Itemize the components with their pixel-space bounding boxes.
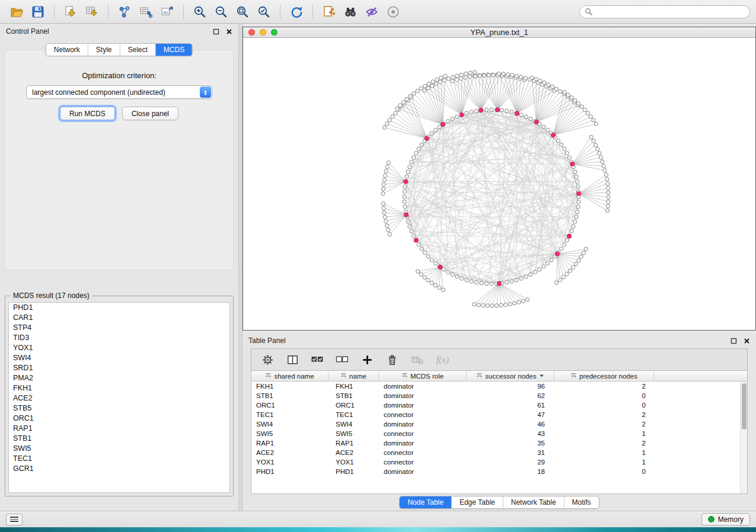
memory-button[interactable]: Memory bbox=[701, 513, 750, 525]
import-table-from-file-icon[interactable] bbox=[81, 2, 103, 21]
mcds-result-item[interactable]: STB5 bbox=[9, 403, 229, 414]
mcds-result-item[interactable]: GCR1 bbox=[9, 464, 229, 474]
delete-column-icon[interactable] bbox=[384, 352, 400, 367]
chevron-up-down-icon: ▲▼ bbox=[200, 86, 211, 98]
column-header-label: shared name bbox=[274, 373, 314, 380]
run-mcds-button[interactable]: Run MCDS bbox=[60, 107, 115, 120]
tab-edge-table[interactable]: Edge Table bbox=[451, 496, 503, 508]
import-network-from-file-icon[interactable] bbox=[60, 2, 81, 21]
select-all-icon[interactable] bbox=[310, 352, 325, 367]
tab-style[interactable]: Style bbox=[88, 44, 120, 56]
mcds-result-item[interactable]: SRD1 bbox=[9, 363, 229, 373]
cell-shared_name: RAP1 bbox=[251, 440, 328, 447]
network-graph[interactable] bbox=[243, 38, 755, 330]
show-graphics-details-icon[interactable] bbox=[382, 2, 404, 21]
mcds-result-list[interactable]: PHD1CAR1STP4TID3YOX1SWI4SRD1PMA2FKH1ACE2… bbox=[8, 302, 230, 493]
close-window-icon[interactable] bbox=[248, 29, 255, 36]
mcds-result-item[interactable]: PHD1 bbox=[9, 303, 229, 313]
zoom-out-icon[interactable] bbox=[210, 2, 232, 21]
column-header-successor-nodes[interactable]: successor nodes bbox=[467, 371, 554, 381]
table-panel-title: Table Panel bbox=[248, 336, 286, 345]
close-panel-icon[interactable] bbox=[743, 337, 750, 344]
float-panel-icon[interactable] bbox=[730, 337, 737, 344]
table-row[interactable]: STB1STB1dominator620 bbox=[251, 391, 747, 400]
vertical-splitter[interactable] bbox=[238, 24, 243, 511]
mcds-result-item[interactable]: SWI5 bbox=[9, 444, 229, 454]
search-field[interactable] bbox=[579, 5, 750, 18]
export-network-icon[interactable] bbox=[318, 2, 340, 21]
table-scrollbar[interactable] bbox=[740, 382, 747, 493]
optimization-criterion-dropdown[interactable]: largest connected component (undirected)… bbox=[26, 85, 212, 99]
node-table[interactable]: shared namenameMCDS rolesuccessor nodesp… bbox=[251, 371, 748, 494]
table-rows: FKH1FKH1dominator962STB1STB1dominator620… bbox=[251, 382, 747, 476]
mcds-result-item[interactable]: ACE2 bbox=[9, 393, 229, 403]
close-panel-icon[interactable] bbox=[225, 28, 232, 35]
table-row[interactable]: SWI4SWI4dominator462 bbox=[251, 419, 747, 429]
mcds-result-item[interactable]: YOX1 bbox=[9, 343, 229, 353]
table-row[interactable]: TEC1TEC1connector472 bbox=[251, 410, 747, 419]
mcds-result-item[interactable]: CAR1 bbox=[9, 313, 229, 323]
close-panel-button[interactable]: Close panel bbox=[122, 107, 178, 120]
tab-select[interactable]: Select bbox=[120, 44, 155, 56]
open-file-icon[interactable] bbox=[6, 2, 27, 21]
table-row[interactable]: RAP1RAP1dominator352 bbox=[251, 438, 747, 448]
zoom-fit-icon[interactable] bbox=[232, 2, 253, 21]
search-input[interactable] bbox=[595, 8, 745, 16]
cell-successors: 43 bbox=[467, 430, 554, 437]
deselect-all-icon[interactable] bbox=[334, 352, 350, 367]
column-header-MCDS-role[interactable]: MCDS role bbox=[379, 371, 467, 381]
mcds-result-item[interactable]: RAP1 bbox=[9, 424, 229, 434]
cell-role: connector bbox=[379, 449, 467, 456]
zoom-selected-icon[interactable] bbox=[253, 2, 275, 21]
minimize-window-icon[interactable] bbox=[260, 29, 266, 36]
cell-role: connector bbox=[379, 411, 467, 418]
tab-motifs[interactable]: Motifs bbox=[564, 496, 599, 508]
mcds-result-item[interactable]: TEC1 bbox=[9, 454, 229, 464]
show-hide-columns-icon[interactable] bbox=[285, 352, 300, 367]
table-panel-tabs-row: Node TableEdge TableNetwork TableMotifs bbox=[251, 494, 748, 511]
column-header-name[interactable]: name bbox=[328, 371, 379, 381]
tab-network-table[interactable]: Network Table bbox=[503, 496, 564, 508]
new-network-icon[interactable] bbox=[114, 2, 135, 21]
scrollbar-thumb[interactable] bbox=[742, 383, 747, 430]
tab-network[interactable]: Network bbox=[46, 44, 88, 56]
float-panel-icon[interactable] bbox=[212, 28, 219, 35]
column-header-label: successor nodes bbox=[485, 373, 536, 380]
table-row[interactable]: ORC1ORC1dominator610 bbox=[251, 400, 747, 410]
tab-mcds[interactable]: MCDS bbox=[155, 44, 192, 56]
cell-shared_name: PHD1 bbox=[251, 468, 328, 475]
table-mode-gear-icon[interactable] bbox=[260, 352, 275, 367]
table-row[interactable]: FKH1FKH1dominator962 bbox=[251, 382, 747, 391]
mcds-result-item[interactable]: ORC1 bbox=[9, 414, 229, 424]
column-sort-icon bbox=[265, 372, 272, 380]
column-header-shared-name[interactable]: shared name bbox=[251, 371, 328, 381]
tab-node-table[interactable]: Node Table bbox=[400, 496, 451, 508]
desktop-background-strip bbox=[0, 527, 756, 532]
cell-role: dominator bbox=[379, 440, 467, 447]
table-row[interactable]: SWI5SWI5connector431 bbox=[251, 429, 747, 438]
mcds-result-item[interactable]: PMA2 bbox=[9, 373, 229, 383]
search-binoculars-icon[interactable] bbox=[340, 2, 361, 21]
hamburger-menu-icon[interactable] bbox=[6, 514, 23, 525]
zoom-in-icon[interactable] bbox=[189, 2, 210, 21]
refresh-view-icon[interactable] bbox=[286, 2, 307, 21]
save-session-icon[interactable] bbox=[27, 2, 49, 21]
hide-graphics-details-icon[interactable] bbox=[361, 2, 382, 21]
memory-status-dot bbox=[708, 516, 714, 523]
maximize-window-icon[interactable] bbox=[271, 29, 277, 36]
mcds-result-item[interactable]: STP4 bbox=[9, 323, 229, 333]
mcds-result-item[interactable]: TID3 bbox=[9, 333, 229, 343]
export-image-icon[interactable] bbox=[157, 2, 178, 21]
mcds-result-item[interactable]: STB1 bbox=[9, 434, 229, 444]
table-row[interactable]: ACE2ACE2connector311 bbox=[251, 448, 747, 457]
add-column-icon[interactable] bbox=[359, 352, 375, 367]
network-window-titlebar: YPA_prune.txt_1 bbox=[243, 27, 755, 38]
network-from-table-icon[interactable] bbox=[135, 2, 157, 21]
table-row[interactable]: PHD1PHD1dominator180 bbox=[251, 467, 747, 476]
table-row[interactable]: YOX1YOX1connector291 bbox=[251, 457, 747, 467]
network-canvas[interactable] bbox=[243, 38, 755, 330]
column-header-predecessor-nodes[interactable]: predecessor nodes bbox=[554, 371, 654, 381]
mcds-result-item[interactable]: FKH1 bbox=[9, 383, 229, 393]
mcds-result-item[interactable]: SWI4 bbox=[9, 353, 229, 363]
cell-name: RAP1 bbox=[328, 440, 379, 447]
